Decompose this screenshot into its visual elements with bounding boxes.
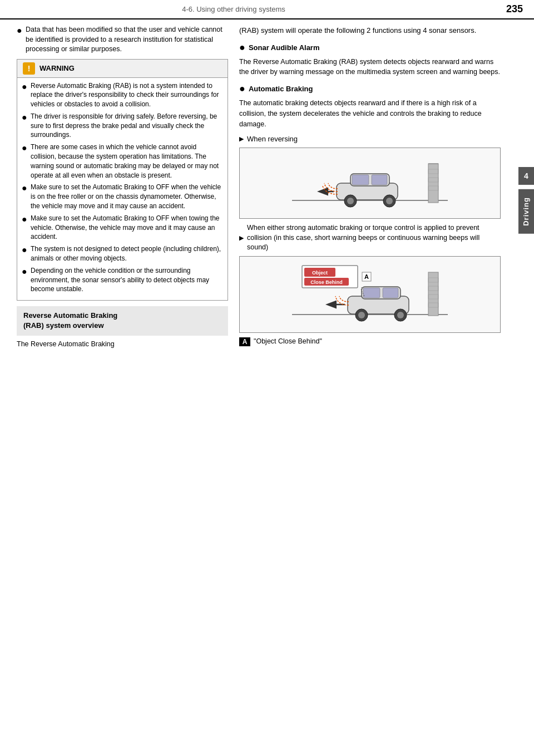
diagram2-svg: Object Close Behind A	[292, 261, 448, 328]
section2-title: Automatic Braking	[249, 85, 313, 93]
left-column: ● Data that has been modified so that th…	[17, 25, 228, 348]
diagram1-heading: When reversing	[239, 135, 501, 143]
diagram2-box: Object Close Behind A	[239, 256, 501, 333]
warning-bullet-item: ●Reverse Automatic Braking (RAB) is not …	[22, 81, 223, 109]
svg-text:Object: Object	[312, 270, 328, 276]
warning-bullet-item: ●There are some cases in which the vehic…	[22, 143, 223, 180]
page-number: 235	[501, 3, 523, 15]
warning-bullet-text: Reverse Automatic Braking (RAB) is not a…	[31, 81, 223, 109]
svg-point-13	[386, 198, 393, 204]
rab-section-box: Reverse Automatic Braking (RAB) system o…	[17, 306, 228, 335]
svg-rect-9	[372, 175, 387, 185]
diagram2-heading: When either strong automatic braking or …	[239, 223, 501, 253]
svg-point-11	[347, 198, 354, 204]
warning-bullet-dot: ●	[22, 183, 28, 193]
section1-bullet: ●	[239, 42, 245, 53]
warning-header: ! WARNING	[17, 60, 228, 78]
warning-bullet-text: Depending on the vehicle condition or th…	[31, 266, 223, 294]
section1-title: Sonar Audible Alarm	[249, 43, 320, 52]
intro-bullet-dot: ●	[17, 25, 23, 36]
warning-bullet-text: Make sure to set the Automatic Braking t…	[31, 214, 223, 242]
svg-point-32	[358, 312, 365, 318]
chapter-number-tab: 4	[518, 167, 534, 185]
svg-rect-8	[352, 175, 369, 185]
warning-bullet-text: The system is not designed to detect peo…	[31, 244, 223, 263]
warning-bullet-text: The driver is responsible for driving sa…	[31, 112, 223, 140]
diagram1-box	[239, 148, 501, 219]
warning-bullet-item: ●The system is not designed to detect pe…	[22, 244, 223, 263]
warning-bullet-dot: ●	[22, 214, 28, 224]
intro-bullet-item: ● Data that has been modified so that th…	[17, 25, 228, 55]
warning-bullet-dot: ●	[22, 81, 28, 92]
content-area: ● Data that has been modified so that th…	[0, 19, 534, 354]
page-container: 4-6. Using other driving systems 235 4 D…	[0, 0, 534, 756]
warning-icon: !	[23, 62, 35, 75]
side-tab-driving: Driving	[518, 189, 534, 234]
section1-title-row: ● Sonar Audible Alarm	[239, 42, 501, 53]
warning-bullet-item: ●Depending on the vehicle condition or t…	[22, 266, 223, 294]
section1-body: The Reverse Automatic Braking (RAB) syst…	[239, 57, 501, 78]
caption-text: "Object Close Behind"	[254, 337, 322, 345]
warning-content: ●Reverse Automatic Braking (RAB) is not …	[17, 78, 228, 301]
svg-text:Close Behind: Close Behind	[310, 279, 343, 285]
right-intro-text: (RAB) system will operate the following …	[239, 25, 501, 36]
warning-bullet-text: There are some cases in which the vehicl…	[31, 143, 223, 180]
warning-bullet-text: Make sure to set the Automatic Braking t…	[31, 183, 223, 210]
section2-title-row: ● Automatic Braking	[239, 83, 501, 95]
warning-bullet-dot: ●	[22, 112, 28, 122]
warning-label: WARNING	[39, 64, 75, 72]
svg-rect-29	[363, 288, 380, 298]
svg-rect-15	[428, 272, 438, 316]
warning-bullet-dot: ●	[22, 244, 28, 255]
svg-point-34	[397, 312, 404, 318]
warning-bullet-item: ●The driver is responsible for driving s…	[22, 112, 223, 140]
header-title: 4-6. Using other driving systems	[0, 5, 501, 13]
diagram1-svg	[292, 153, 448, 214]
svg-rect-1	[428, 164, 438, 203]
intro-bullet-text: Data that has been modified so that the …	[26, 25, 228, 55]
warning-bullet-item: ●Make sure to set the Automatic Braking …	[22, 183, 223, 210]
svg-text:A: A	[364, 273, 369, 280]
rab-title-line1: Reverse Automatic Braking	[23, 311, 117, 320]
warning-bullet-dot: ●	[22, 266, 28, 277]
rab-subtitle: The Reverse Automatic Braking	[17, 340, 228, 348]
section2-body: The automatic braking detects objects re…	[239, 98, 501, 129]
right-column: (RAB) system will operate the following …	[239, 25, 517, 348]
warning-box: ! WARNING ●Reverse Automatic Braking (RA…	[17, 59, 228, 301]
header-bar: 4-6. Using other driving systems 235	[0, 0, 534, 19]
warning-bullet-dot: ●	[22, 143, 28, 153]
rab-title-line2: (RAB) system overview	[23, 321, 104, 330]
caption-row: A "Object Close Behind"	[239, 337, 501, 346]
warning-bullets-container: ●Reverse Automatic Braking (RAB) is not …	[22, 81, 223, 294]
warning-bullet-item: ●Make sure to set the Automatic Braking …	[22, 214, 223, 242]
svg-rect-30	[383, 288, 398, 298]
caption-label-a: A	[239, 337, 250, 346]
section2-bullet: ●	[239, 83, 245, 95]
